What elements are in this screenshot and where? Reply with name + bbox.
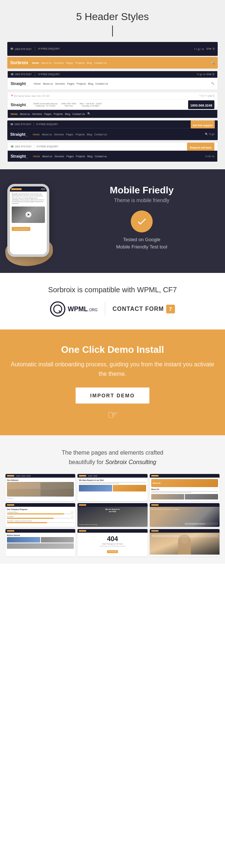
header-previews: ☎ 1800 879 5247 ✉ FREE ENQUIRY f t g+ in…: [7, 42, 218, 162]
phone-mockup: We gladly comprehend that you need not b…: [7, 184, 58, 258]
header-preview-4[interactable]: ☎ 1800 879 5247 ✉ FREE ENQUIRY Get free …: [7, 120, 218, 140]
thumb-logo-8: [79, 530, 86, 532]
page-thumb-experts[interactable]: We Have Experts in our filed: [77, 474, 147, 501]
thumb-logo-4: [7, 504, 14, 506]
header-preview-1[interactable]: ☎ 1800 879 5247 ✉ FREE ENQUIRY f t g+ in…: [7, 42, 218, 56]
section-title: 5 Header Styles: [7, 11, 218, 23]
thumb-logo-3: [151, 475, 159, 477]
pages-grid: Our Advisors See More We Have: [5, 474, 220, 556]
pages-description: The theme pages and elements crafted bea…: [5, 448, 220, 467]
page-thumb-person[interactable]: We have 25 years experience in consultin…: [150, 503, 220, 527]
thumb-title: Our Advisors: [7, 479, 74, 481]
page-thumb-company[interactable]: Our Company Progress Company Rating 85% …: [5, 503, 75, 527]
phone-1: 1800 879 5247: [15, 48, 32, 50]
mobile-friendly-section: We gladly comprehend that you need not b…: [0, 169, 225, 273]
checkmark-circle: [131, 211, 153, 232]
pages-header: The theme pages and elements crafted bea…: [5, 448, 220, 467]
page-thumb-service[interactable]: MyGov Service: [5, 529, 75, 556]
thumb-404-button[interactable]: Go to Homepage: [107, 550, 118, 553]
demo-install-section: One Click Demo Install Automatic install…: [0, 329, 225, 435]
demo-description: Automatic install onboarding process, gu…: [7, 360, 218, 378]
page-thumb-person2[interactable]: We're knowledgeable about making your: [150, 529, 220, 556]
thumb-title-4: Our Company Progress: [7, 508, 74, 510]
cf7-label: CONTACT FORM: [113, 306, 164, 312]
mobile-subtitle: Theme is mobile friendly: [66, 197, 218, 203]
page-thumb-about[interactable]: About Us About Us: [150, 474, 220, 501]
thumb-logo: [7, 475, 14, 477]
mobile-content: Mobile Friedly Theme is mobile friendly …: [66, 185, 218, 258]
check-icon: [136, 216, 147, 227]
wpml-q-icon: [53, 304, 63, 314]
wpml-logo: WPML .ORG: [50, 301, 98, 317]
page-thumb-progress[interactable]: We Are Expert inour filed Progress Busin…: [77, 503, 147, 527]
thumb-logo-9: [151, 530, 159, 532]
theme-pages-section: The theme pages and elements crafted bea…: [0, 435, 225, 564]
title-divider: [112, 26, 113, 36]
wpml-cf7-section: Sorbroix is compatible with WPML, CF7 WP…: [0, 273, 225, 329]
cf7-badge: 7: [166, 305, 175, 313]
svg-line-1: [59, 311, 61, 312]
header-preview-2[interactable]: ☎ 1800 879 5247 ✉ FREE ENQUIRY f t g+ in…: [7, 71, 218, 90]
thumb-404-content: 404 Oops! That page can't be found. Sorr…: [77, 533, 147, 556]
tested-text: Tested on GoogleMobile Friendly Test too…: [66, 236, 218, 250]
cf7-logo: CONTACT FORM 7: [113, 305, 175, 313]
thumb-title-3: About Us: [151, 488, 218, 490]
header-preview-3[interactable]: 📍 502 Apollo Street, New York, NY 234 f …: [7, 92, 218, 118]
wpml-title: Sorbroix is compatible with WPML, CF7: [7, 286, 218, 294]
thumb-logo-7: [7, 530, 14, 532]
logos-divider: [105, 302, 105, 316]
mobile-title: Mobile Friedly: [66, 185, 218, 196]
thumb-title-2: We Have Experts in our filed: [79, 479, 146, 481]
thumb-logo-5: [79, 504, 86, 506]
header-preview-1b[interactable]: Sorbroix Home About Us Services Pages Pr…: [7, 57, 218, 69]
thumb-logo-2: [79, 475, 86, 477]
page-thumb-404[interactable]: 404 Oops! That page can't be found. Sorr…: [77, 529, 147, 556]
hand-cursor-icon: ☞: [7, 409, 218, 421]
header-preview-5[interactable]: ☎ 1800 879 5247 ✉ FREE ENQUIRY Request c…: [7, 142, 218, 162]
demo-title: One Click Demo Install: [7, 344, 218, 355]
import-demo-button[interactable]: IMPORT DEMO: [76, 387, 149, 404]
wpml-logos-container: WPML .ORG CONTACT FORM 7: [7, 301, 218, 317]
thumb-logo-6: [151, 504, 159, 506]
thumb-title-7: MyGov Service: [7, 534, 74, 536]
wpml-text: WPML .ORG: [68, 305, 98, 313]
header-styles-section: 5 Header Styles ☎ 1800 879 5247 ✉ FREE E…: [0, 0, 225, 169]
page-thumb-advisors[interactable]: Our Advisors See More: [5, 474, 75, 501]
wpml-circle-logo: [50, 301, 65, 317]
